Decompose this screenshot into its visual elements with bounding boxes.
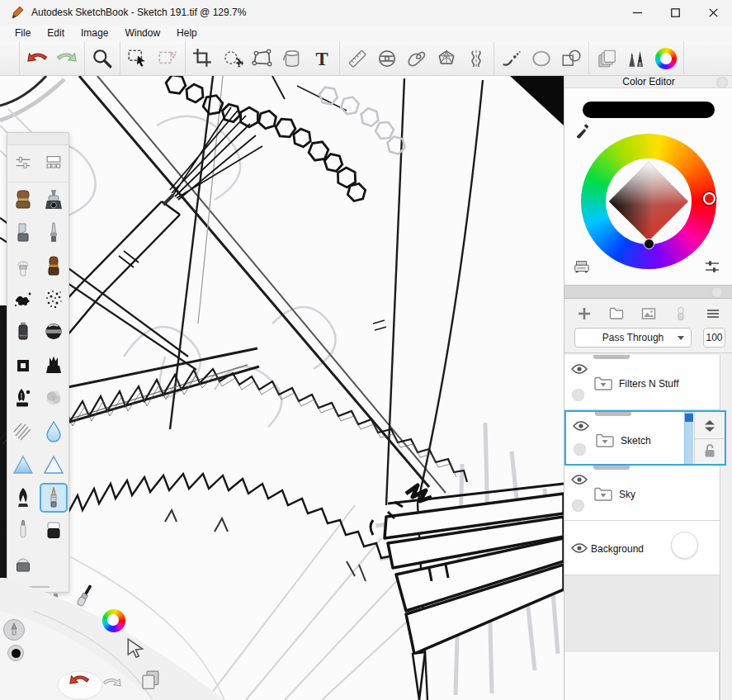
menu-image[interactable]: Image — [73, 26, 116, 40]
brush-ballpoint-pen[interactable] — [9, 516, 37, 546]
group-folder-icon[interactable] — [594, 487, 612, 501]
group-folder-icon[interactable] — [594, 376, 612, 390]
opacity-slider-thumb[interactable] — [685, 414, 693, 422]
brush-square-stamp[interactable] — [9, 351, 37, 381]
sliders-toggle-icon[interactable] — [702, 259, 722, 274]
undo-button[interactable] — [22, 43, 52, 74]
layer-opacity-slider[interactable] — [684, 412, 693, 464]
sketchbook-window: Autodesk SketchBook - Sketch 191.tif @ 1… — [0, 0, 732, 700]
blend-mode-select[interactable]: Pass Through — [574, 328, 692, 348]
select-button[interactable] — [123, 43, 153, 74]
brush-hard-triangle[interactable] — [40, 450, 68, 480]
brush-soft-triangle[interactable] — [9, 450, 37, 480]
brush-technical-pen[interactable] — [40, 219, 68, 248]
brush-ball-brush[interactable] — [40, 318, 68, 348]
steady-stroke-button[interactable] — [497, 43, 527, 74]
deselect-button[interactable] — [153, 43, 182, 74]
color-editor-collapse-button[interactable] — [716, 77, 728, 88]
layer-panel-collapse-button[interactable] — [711, 286, 723, 298]
perspective-button[interactable] — [432, 43, 461, 74]
brush-splatter[interactable] — [9, 285, 37, 315]
brush-quill[interactable] — [9, 483, 37, 513]
layer-lock-dot[interactable] — [572, 499, 584, 512]
color-editor-title: Color Editor — [622, 76, 674, 88]
unlock-icon[interactable] — [703, 443, 716, 458]
background-color-swatch[interactable] — [671, 532, 698, 559]
fill-button[interactable] — [277, 43, 307, 74]
close-button[interactable] — [694, 0, 732, 25]
distort-button[interactable] — [248, 43, 277, 74]
brush-bristle-brush[interactable] — [40, 252, 68, 281]
brush-stamp-brush[interactable] — [9, 186, 37, 215]
brush-settings-icon[interactable] — [14, 154, 32, 174]
layer-lock-dot[interactable] — [572, 389, 584, 401]
brush-hatch[interactable] — [9, 417, 37, 447]
text-button[interactable]: T — [307, 43, 337, 74]
layer-editor-button[interactable] — [592, 43, 621, 74]
brush-crown-brush[interactable] — [40, 351, 68, 381]
brush-nib-pen[interactable] — [9, 384, 37, 414]
visibility-eye-icon[interactable] — [571, 474, 588, 485]
new-group-button[interactable] — [607, 305, 626, 323]
panel-divider[interactable] — [564, 285, 732, 299]
layer-row-filters-n-stuff[interactable]: Filters N Stuff — [564, 355, 720, 410]
layer-menu-button[interactable] — [703, 305, 723, 323]
maximize-button[interactable] — [656, 0, 694, 25]
add-image-button[interactable] — [639, 305, 659, 323]
layer-opacity-input[interactable]: 100 — [703, 328, 725, 348]
group-folder-icon[interactable] — [596, 433, 614, 447]
current-color-swatch[interactable] — [583, 102, 715, 118]
swatch-drawer-icon[interactable] — [573, 258, 591, 276]
menu-file[interactable]: File — [7, 26, 39, 40]
color-editor-button[interactable] — [651, 43, 681, 74]
transform-button[interactable] — [218, 43, 248, 74]
redo-button[interactable] — [52, 43, 82, 74]
minimize-button[interactable] — [618, 0, 656, 25]
brush-paint-brush[interactable] — [40, 483, 68, 513]
brush-ink-marker[interactable] — [9, 318, 37, 348]
lagoon-redo-icon[interactable] — [99, 674, 125, 693]
brush-library-button[interactable] — [621, 43, 651, 74]
visibility-eye-icon[interactable] — [573, 420, 589, 432]
perspective-icon — [436, 48, 457, 69]
visibility-eye-icon[interactable] — [571, 363, 588, 375]
brush-airbrush[interactable] — [40, 186, 68, 215]
lagoon-cursor-icon[interactable] — [125, 637, 147, 659]
brush-smudge[interactable] — [40, 384, 68, 414]
eraser-button[interactable] — [671, 305, 691, 323]
ruler-button[interactable] — [342, 43, 372, 74]
lagoon-color-wheel-icon[interactable] — [102, 609, 125, 632]
layer-row-background[interactable]: Background — [564, 521, 720, 575]
visibility-eye-icon[interactable] — [571, 542, 588, 554]
brush-eraser-block[interactable] — [40, 516, 68, 546]
menu-help[interactable]: Help — [168, 26, 205, 40]
hue-selector-ring[interactable] — [703, 192, 715, 205]
brush-spray[interactable] — [40, 285, 68, 315]
shapes-button[interactable] — [556, 43, 586, 74]
eyedropper-icon[interactable] — [574, 122, 591, 139]
brush-chisel-marker[interactable] — [9, 219, 37, 248]
brush-puck[interactable] — [3, 619, 25, 641]
crop-button[interactable] — [188, 43, 218, 74]
nib-pen-icon — [11, 386, 35, 411]
palette-layout-icon[interactable] — [45, 154, 63, 174]
ellipse-button[interactable] — [527, 43, 556, 74]
zoom-button[interactable] — [87, 43, 117, 74]
ellipse-guide-button[interactable] — [372, 43, 402, 74]
value-selector-dot[interactable] — [644, 239, 654, 249]
layer-lock-dot[interactable] — [574, 443, 586, 456]
brush-flat-brush[interactable] — [9, 252, 37, 281]
brush-palette-drag-bar[interactable] — [7, 133, 68, 145]
symmetry-button[interactable] — [461, 43, 491, 74]
lagoon-undo-icon[interactable] — [64, 670, 94, 692]
brush-water-drop[interactable] — [40, 417, 68, 447]
reorder-arrows-icon[interactable] — [702, 419, 717, 433]
layer-row-sky[interactable]: Sky — [564, 466, 720, 521]
lagoon-copy-icon[interactable] — [139, 667, 163, 692]
menu-edit[interactable]: Edit — [39, 26, 73, 40]
color-puck[interactable] — [7, 645, 24, 661]
french-curve-button[interactable] — [402, 43, 432, 74]
menu-window[interactable]: Window — [116, 26, 168, 40]
add-layer-button[interactable] — [574, 305, 594, 323]
layer-row-sketch[interactable]: Sketch — [564, 410, 726, 466]
